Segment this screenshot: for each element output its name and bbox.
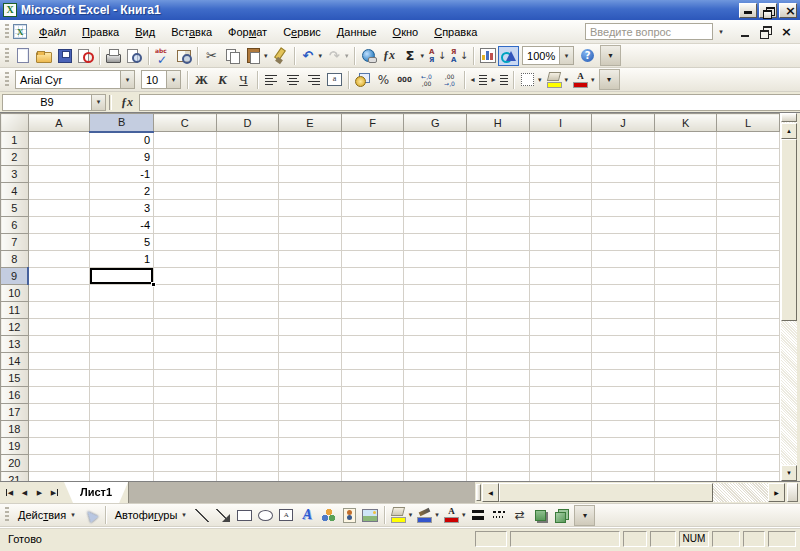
cell-C7[interactable] (154, 234, 217, 251)
row-header-17[interactable]: 17 (1, 404, 29, 421)
cell-J8[interactable] (592, 251, 655, 268)
scroll-up-button[interactable]: ▲ (781, 123, 797, 139)
cell-H20[interactable] (467, 455, 530, 472)
cell-L21[interactable] (717, 472, 780, 482)
cell-J11[interactable] (592, 302, 655, 319)
sort-descending-button[interactable]: ↓ (448, 46, 470, 66)
cell-H8[interactable] (467, 251, 530, 268)
restore-workbook-button[interactable] (758, 25, 772, 39)
row-header-2[interactable]: 2 (1, 149, 29, 166)
cell-H7[interactable] (467, 234, 530, 251)
cell-B4[interactable]: 2 (90, 183, 154, 200)
cell-I8[interactable] (529, 251, 592, 268)
cell-D14[interactable] (216, 353, 279, 370)
cell-H5[interactable] (467, 200, 530, 217)
cell-K8[interactable] (654, 251, 717, 268)
draw-menu-button[interactable]: Действия▾ (12, 505, 81, 525)
cell-D2[interactable] (216, 149, 279, 166)
cell-J3[interactable] (592, 166, 655, 183)
cell-A10[interactable] (28, 285, 90, 302)
cell-J15[interactable] (592, 370, 655, 387)
column-header-C[interactable]: C (154, 114, 217, 132)
chevron-down-icon[interactable]: ▾ (319, 52, 323, 60)
line-button[interactable] (192, 505, 213, 525)
row-header-10[interactable]: 10 (1, 285, 29, 302)
cell-C15[interactable] (154, 370, 217, 387)
cell-L3[interactable] (717, 166, 780, 183)
cell-F9[interactable] (341, 268, 404, 285)
cell-E6[interactable] (279, 217, 342, 234)
cell-L9[interactable] (717, 268, 780, 285)
cell-B13[interactable] (90, 336, 154, 353)
chevron-down-icon[interactable]: ▾ (538, 76, 542, 84)
cell-G8[interactable] (404, 251, 467, 268)
cell-K13[interactable] (654, 336, 717, 353)
fill-handle[interactable] (151, 282, 156, 287)
cell-J1[interactable] (592, 132, 655, 149)
cell-E16[interactable] (279, 387, 342, 404)
copy-button[interactable] (222, 46, 243, 66)
cell-C16[interactable] (154, 387, 217, 404)
align-right-button[interactable] (303, 70, 324, 90)
shadow-style-button[interactable] (530, 505, 551, 525)
cell-I19[interactable] (529, 438, 592, 455)
menu-item-window[interactable]: Окно (385, 21, 427, 43)
fill-color-button[interactable]: ▾ (388, 505, 415, 525)
cell-A14[interactable] (28, 353, 90, 370)
cell-K3[interactable] (654, 166, 717, 183)
chevron-down-icon[interactable]: ▾ (591, 76, 595, 84)
row-header-21[interactable]: 21 (1, 472, 29, 482)
cell-H17[interactable] (467, 404, 530, 421)
arrow-style-button[interactable]: ⇄ (509, 505, 530, 525)
cell-I13[interactable] (529, 336, 592, 353)
cell-E18[interactable] (279, 421, 342, 438)
cell-G19[interactable] (404, 438, 467, 455)
cell-K15[interactable] (654, 370, 717, 387)
research-button[interactable] (173, 46, 194, 66)
cell-A11[interactable] (28, 302, 90, 319)
row-header-14[interactable]: 14 (1, 353, 29, 370)
zoom-combo[interactable]: 100%▾ (522, 46, 574, 65)
cell-C4[interactable] (154, 183, 217, 200)
increase-decimal-button[interactable] (415, 70, 438, 90)
tab-resize-handle[interactable] (787, 483, 798, 502)
cell-E2[interactable] (279, 149, 342, 166)
column-header-H[interactable]: H (467, 114, 530, 132)
cell-J14[interactable] (592, 353, 655, 370)
row-header-15[interactable]: 15 (1, 370, 29, 387)
cell-D3[interactable] (216, 166, 279, 183)
cell-A4[interactable] (28, 183, 90, 200)
underline-button[interactable]: Ч (233, 70, 254, 90)
cell-F10[interactable] (341, 285, 404, 302)
menu-item-insert[interactable]: Вставка (163, 21, 220, 43)
cell-B2[interactable]: 9 (90, 149, 154, 166)
cell-H6[interactable] (467, 217, 530, 234)
cell-B17[interactable] (90, 404, 154, 421)
cell-J9[interactable] (592, 268, 655, 285)
cell-K10[interactable] (654, 285, 717, 302)
cell-C9[interactable] (154, 268, 217, 285)
chevron-down-icon[interactable]: ▾ (409, 511, 413, 519)
cell-D9[interactable] (216, 268, 279, 285)
row-header-6[interactable]: 6 (1, 217, 29, 234)
cell-H21[interactable] (467, 472, 530, 482)
sheet-tab-Лист1[interactable]: Лист1 (64, 482, 128, 503)
help-button[interactable] (577, 46, 598, 66)
cell-B18[interactable] (90, 421, 154, 438)
cell-I20[interactable] (529, 455, 592, 472)
cell-A2[interactable] (28, 149, 90, 166)
chevron-down-icon[interactable]: ▾ (462, 511, 466, 519)
cell-G2[interactable] (404, 149, 467, 166)
cell-F5[interactable] (341, 200, 404, 217)
cell-B14[interactable] (90, 353, 154, 370)
cell-D7[interactable] (216, 234, 279, 251)
cell-H16[interactable] (467, 387, 530, 404)
cell-C2[interactable] (154, 149, 217, 166)
merge-center-button[interactable] (324, 70, 345, 90)
row-header-12[interactable]: 12 (1, 319, 29, 336)
row-header-1[interactable]: 1 (1, 132, 29, 149)
formula-input[interactable] (139, 94, 800, 111)
cell-H18[interactable] (467, 421, 530, 438)
cell-I5[interactable] (529, 200, 592, 217)
tab-split-handle[interactable] (476, 484, 481, 501)
